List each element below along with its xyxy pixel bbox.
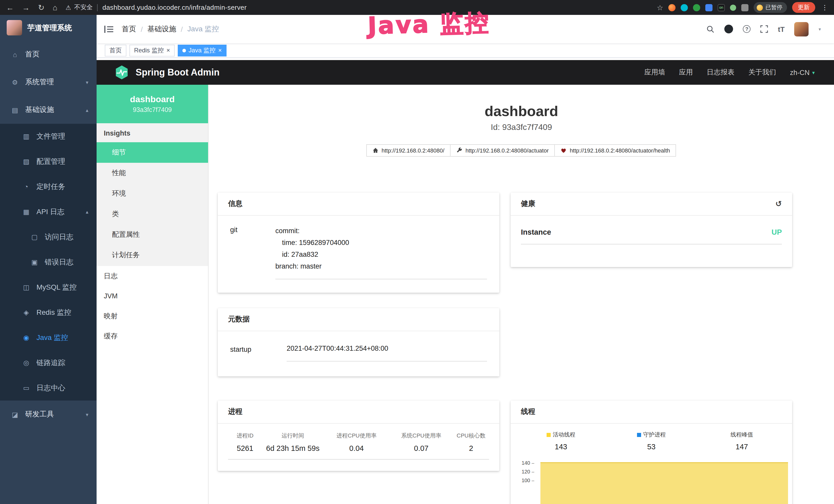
- bookmark-star-icon[interactable]: ☆: [657, 3, 663, 12]
- extension-icon-3[interactable]: [693, 4, 700, 11]
- daemon-threads-stat: 守护进程 53: [606, 431, 697, 451]
- avatar-caret-icon[interactable]: ▾: [818, 26, 821, 31]
- instance-header[interactable]: dashboard 93a3fc7f7409: [96, 85, 208, 123]
- app-logo[interactable]: 芋道管理系统: [0, 15, 96, 41]
- site-security[interactable]: ⚠ 不安全: [66, 3, 93, 12]
- sidebar-item-access-logs[interactable]: ▢ 访问日志: [0, 224, 96, 250]
- sba-sidebar: dashboard 93a3fc7f7409 Insights 细节 性能 环境…: [96, 85, 208, 504]
- health-row[interactable]: Instance UP: [521, 228, 782, 245]
- sidebar-item-scheduled-jobs[interactable]: ◔ 定时任务: [0, 174, 96, 199]
- sba-item-jvm[interactable]: JVM: [96, 286, 208, 306]
- instance-links: http://192.168.0.2:48080/ http://192.168…: [208, 144, 834, 157]
- sidebar-item-system[interactable]: ⚙ 系统管理 ▾: [0, 68, 96, 96]
- sidebar-item-dev-tools[interactable]: ◪ 研发工具 ▾: [0, 400, 96, 428]
- emoji-face-icon: [757, 4, 763, 10]
- sidebar-item-config-mgmt[interactable]: ▧ 配置管理: [0, 149, 96, 174]
- extension-icon-1[interactable]: [668, 4, 676, 11]
- history-icon[interactable]: ↺: [775, 199, 782, 208]
- actuator-url-button[interactable]: http://192.168.0.2:48080/actuator: [450, 144, 555, 157]
- breadcrumb: 首页 / 基础设施 / Java 监控: [122, 24, 219, 33]
- github-icon[interactable]: [725, 25, 733, 33]
- fullscreen-icon[interactable]: [761, 25, 768, 33]
- sba-item-environment[interactable]: 环境: [96, 183, 208, 204]
- sidebar-item-tracing[interactable]: ◎ 链路追踪: [0, 350, 96, 375]
- extensions-puzzle-icon[interactable]: [741, 4, 748, 11]
- browser-chrome: ← → ↻ ⌂ ⚠ 不安全 dashboard.yudao.iocoder.cn…: [0, 0, 834, 15]
- sba-nav-journal[interactable]: 日志报表: [707, 68, 734, 77]
- extension-icon-2[interactable]: [681, 4, 688, 11]
- sidebar-fold-icon[interactable]: [96, 25, 118, 33]
- timer-icon: ◔: [22, 183, 31, 190]
- sba-item-metrics[interactable]: 性能: [96, 163, 208, 183]
- sidebar-item-home[interactable]: ⌂ 首页: [0, 41, 96, 68]
- font-size-icon[interactable]: tT: [778, 25, 785, 33]
- sidebar-item-infra[interactable]: ▤ 基础设施 ▴: [0, 96, 96, 124]
- search-icon[interactable]: [707, 25, 715, 33]
- info-value: commit: time: 1596289704000 id: 27aa832 …: [275, 225, 487, 279]
- admin-sidebar: 芋道管理系统 ⌂ 首页 ⚙ 系统管理 ▾ ▤ 基础设施 ▴ ▥ 文件管理 ▧ 配…: [0, 15, 96, 504]
- sidebar-item-redis-monitor[interactable]: ◈ Redis 监控: [0, 300, 96, 325]
- left-column: 信息 git commit: time: 1596289704000 id: 2…: [218, 192, 499, 504]
- tab-java-monitor[interactable]: Java 监控 ×: [178, 44, 226, 56]
- card-title: 信息: [218, 192, 499, 216]
- sidebar-item-mysql-monitor[interactable]: ◫ MySQL 监控: [0, 275, 96, 300]
- sidebar-item-log-center[interactable]: ▭ 日志中心: [0, 375, 96, 400]
- sba-item-details[interactable]: 细节: [96, 142, 208, 163]
- update-button[interactable]: 更新: [792, 2, 815, 13]
- tab-redis-monitor[interactable]: Redis 监控 ×: [129, 44, 175, 56]
- sidebar-item-error-logs[interactable]: ▣ 错误日志: [0, 250, 96, 275]
- sba-nav-wall[interactable]: 应用墙: [644, 68, 665, 77]
- live-threads-area: [541, 462, 788, 504]
- sidebar-item-file-mgmt[interactable]: ▥ 文件管理: [0, 124, 96, 149]
- extension-icon-6[interactable]: [730, 4, 736, 10]
- chevron-down-icon: ▾: [86, 79, 88, 85]
- sba-item-mappings[interactable]: 映射: [96, 306, 208, 326]
- sba-item-logs[interactable]: 日志: [96, 266, 208, 286]
- sidebar-item-label: Redis 监控: [37, 308, 71, 317]
- sba-nav-about[interactable]: 关于我们: [748, 68, 776, 77]
- help-icon[interactable]: ?: [743, 25, 751, 33]
- forward-icon[interactable]: →: [22, 3, 30, 12]
- process-table: 进程ID 运行时间 进程CPU使用率 系统CPU使用率 CPU核心数 5261 …: [218, 423, 499, 459]
- stat-value: 143: [516, 443, 606, 451]
- sidebar-item-label: MySQL 监控: [37, 283, 76, 292]
- sba-item-config-props[interactable]: 配置属性: [96, 224, 208, 245]
- live-threads-swatch-icon: [547, 433, 551, 437]
- sba-nav-applications[interactable]: 应用: [679, 68, 693, 77]
- service-url-button[interactable]: http://192.168.0.2:48080/: [366, 144, 451, 157]
- column-header: 进程ID: [228, 432, 262, 444]
- tab-home[interactable]: 首页: [105, 44, 126, 56]
- breadcrumb-home[interactable]: 首页: [122, 24, 136, 33]
- metadata-key: startup: [230, 345, 287, 362]
- paused-badge[interactable]: 已暂停: [753, 2, 787, 13]
- close-icon[interactable]: ×: [167, 47, 170, 53]
- infra-icon: ▤: [10, 106, 20, 114]
- tools-icon: ◪: [10, 411, 20, 418]
- divider: [228, 459, 489, 460]
- locale-selector[interactable]: zh-CN ▾: [790, 69, 815, 76]
- peak-threads-stat: 线程峰值 147: [697, 431, 787, 451]
- breadcrumb-infra[interactable]: 基础设施: [148, 24, 176, 33]
- sba-title[interactable]: Spring Boot Admin: [136, 67, 220, 78]
- sba-item-scheduled-tasks[interactable]: 计划任务: [96, 245, 208, 266]
- sidebar-item-label: 配置管理: [37, 157, 65, 166]
- health-url-button[interactable]: http://192.168.0.2:48080/actuator/health: [554, 144, 676, 157]
- thread-stats: 活动线程 143 守护进程 53 线程峰值 147: [511, 423, 792, 451]
- extension-icon-5[interactable]: on: [718, 4, 725, 11]
- wrench-icon: [456, 147, 462, 154]
- user-avatar[interactable]: [794, 22, 809, 36]
- browser-menu-icon[interactable]: ⋮: [820, 4, 829, 11]
- sidebar-item-api-logs[interactable]: ▦ API 日志 ▴: [0, 199, 96, 224]
- close-icon[interactable]: ×: [218, 47, 222, 53]
- sidebar-item-java-monitor[interactable]: ◉ Java 监控: [0, 325, 96, 350]
- breadcrumb-current: Java 监控: [188, 24, 219, 33]
- sba-item-classes[interactable]: 类: [96, 204, 208, 224]
- address-bar[interactable]: dashboard.yudao.iocoder.cn/infra/admin-s…: [103, 4, 247, 11]
- sba-logo-icon[interactable]: [114, 65, 129, 80]
- reload-icon[interactable]: ↻: [38, 3, 44, 12]
- sba-item-caches[interactable]: 缓存: [96, 326, 208, 346]
- back-icon[interactable]: ←: [6, 3, 14, 12]
- home-icon[interactable]: ⌂: [53, 3, 57, 12]
- config-icon: ▧: [22, 158, 31, 165]
- extension-icon-4[interactable]: [705, 4, 712, 11]
